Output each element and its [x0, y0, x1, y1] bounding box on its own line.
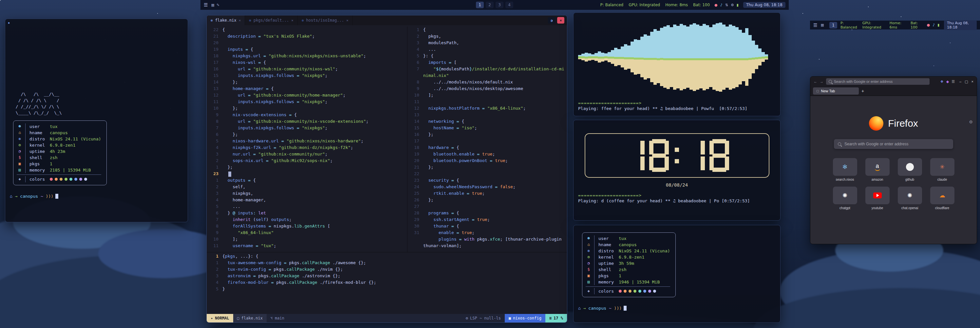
nav-icon-0[interactable]: ←	[814, 79, 817, 84]
code-text: "${modulesPath}/installer/cd-dvd/install…	[423, 66, 567, 79]
network-icon[interactable]: ⇅	[725, 3, 728, 7]
neovim-window[interactable]: ✻flake.nix×✻pkgs/default...×✻hosts/isoIm…	[206, 15, 567, 323]
urlbar-text: Search with Google or enter address	[834, 79, 892, 84]
code-line: 22	[407, 171, 567, 177]
fetch-label: distro	[29, 136, 50, 142]
code-text: astronvim = pkgs.callPackage ./astronvim…	[223, 273, 567, 279]
bar-icon-1[interactable]: ✎	[216, 3, 220, 7]
line-number: 18	[407, 144, 423, 151]
tab-close-icon[interactable]: ×	[346, 18, 348, 22]
shortcut-tile-search.nixos[interactable]: ✻search.nixos	[831, 158, 859, 181]
code-line: 19 bluetooth.enable = true;	[407, 151, 567, 157]
fetch-row: ▤memory2185 | 15394 MiB	[17, 167, 101, 173]
cava-bar	[765, 16, 768, 98]
menu-icon[interactable]: ☰	[204, 2, 208, 8]
workspace-button-2[interactable]: 2	[486, 2, 493, 8]
code-text: forAllSystems = nixpkgs.lib.genAttrs [	[223, 223, 407, 230]
line-number: 28	[407, 210, 423, 216]
line-number: 30	[407, 223, 423, 230]
workspace-button-4[interactable]: 4	[505, 2, 513, 8]
shortcut-tile-chatgpt[interactable]: ✺chatgpt	[831, 187, 859, 210]
code-line: 3 nixpkgs,	[207, 190, 407, 197]
personalize-gear-icon[interactable]: ⚙	[969, 119, 973, 124]
code-text: inputs.nixpkgs.follows = "nixpkgs";	[223, 98, 407, 105]
cava-bar	[673, 16, 676, 98]
prompt-left[interactable]: ⌂ → canopus ~ )))	[10, 194, 188, 199]
code-line: 9 nix-vscode-extensions = {	[207, 112, 407, 118]
tile-box: a	[865, 158, 889, 176]
shortcut-tile-amazon[interactable]: aamazon	[864, 158, 891, 181]
url-bar[interactable]: Search with Google or enter address	[826, 78, 929, 85]
cava-window[interactable]: =====================> Playing: ffee for…	[573, 13, 781, 116]
new-tab-button[interactable]: +	[861, 89, 864, 93]
firefox-window[interactable]: ←→ Search with Google or enter address ❖…	[810, 76, 977, 244]
code-text	[423, 138, 567, 144]
palette-dot	[70, 178, 72, 181]
workspace-button-1[interactable]: 1	[829, 22, 837, 29]
shortcut-tile-cloudflare[interactable]: ☁cloudflare	[929, 187, 956, 210]
prompt-right[interactable]: ⌂ → canopus ~ )))	[578, 306, 780, 311]
cava-bar	[758, 16, 762, 98]
tab-close-icon[interactable]: ×	[239, 18, 241, 22]
shortcut-tile-chat.openai[interactable]: ✺chat.openai	[896, 187, 923, 210]
pane-left[interactable]: 22{21 description = "tux's NixOS Flake";…	[207, 27, 407, 252]
music-icon[interactable]: ♪	[720, 3, 722, 7]
code-text: imports = [	[423, 59, 567, 66]
code-text: nixpkgs,	[223, 190, 407, 197]
extension-icon-2[interactable]: ☰	[951, 79, 955, 84]
editor-tab[interactable]: ✻pkgs/default...×	[245, 15, 298, 25]
bar-secondary-tray: ●♪▮	[927, 23, 940, 27]
shortcut-tile-claude[interactable]: ✳claude	[929, 158, 956, 181]
maximize-button[interactable]: ▢	[965, 79, 968, 84]
content-search-bar[interactable]: Search with Google or enter address	[834, 139, 953, 149]
workspace-button-1[interactable]: 1	[476, 2, 484, 8]
editor-tab[interactable]: ✻flake.nix×	[207, 15, 245, 25]
tile-label: search.nixos	[835, 178, 854, 181]
record-icon[interactable]: ●	[714, 3, 718, 7]
minimize-button[interactable]: –	[959, 79, 961, 84]
editor-close-button[interactable]: ×	[557, 17, 564, 24]
bar-main-tray: ●♪⇅⚙▮	[714, 3, 738, 7]
firefox-branding: Firefox	[810, 116, 977, 131]
settings-icon[interactable]: ⚙	[731, 3, 734, 7]
bar-clock[interactable]: Thu Aug 08, 18:18	[944, 20, 977, 30]
pane-bottom[interactable]: 1{pkgs, ...}: {1 tux-awesome-wm-config =…	[207, 252, 567, 314]
workspace-button-3[interactable]: 3	[496, 2, 503, 8]
cava-bar	[614, 16, 617, 98]
line-number: 23	[207, 171, 223, 177]
record-icon[interactable]: ●	[927, 23, 930, 27]
terminal-window-left[interactable]: ▪ /\ /\ __/\__ / /\ / /\ \ / / /_//_/\ \…	[5, 19, 188, 222]
line-number: 9	[407, 86, 423, 92]
pane-right[interactable]: 1{2 pkgs,3 modulesPath,4 ...5}: {6 impor…	[407, 27, 567, 252]
clock-window[interactable]: 08/08/24 =====================> Playing:…	[573, 120, 781, 221]
music-icon[interactable]: ♪	[932, 23, 935, 27]
bar-icon-0[interactable]: ▦	[211, 3, 215, 7]
menu-icon[interactable]: ☰	[813, 22, 818, 28]
bar-icon-0[interactable]: ▦	[821, 23, 824, 27]
prompt-part: canopus	[588, 306, 606, 311]
shortcut-tile-github[interactable]: github	[896, 158, 923, 181]
extension-icon-1[interactable]: ◆	[946, 79, 949, 84]
shortcut-tile-youtube[interactable]: youtube	[864, 187, 891, 210]
status-text: Bat: 100	[693, 3, 710, 7]
panel-toggle-button[interactable]: ◑	[548, 17, 555, 24]
cava-bar	[588, 16, 591, 98]
line-number: 2	[207, 184, 223, 190]
browser-tab[interactable]: ▢ New Tab	[813, 87, 859, 95]
code-text: };	[223, 164, 407, 171]
youtube-icon	[873, 192, 882, 198]
editor-tab[interactable]: ✻hosts/isoImag...×	[298, 15, 353, 25]
bar-clock[interactable]: Thu Aug 08, 18:18	[743, 2, 786, 8]
close-button[interactable]: ×	[972, 79, 974, 84]
code-line: 2 self,	[207, 184, 407, 190]
battery-icon[interactable]: ▮	[737, 3, 738, 7]
tab-close-icon[interactable]: ×	[291, 18, 293, 22]
code-text: {	[423, 27, 567, 33]
nav-icon-1[interactable]: →	[820, 79, 823, 84]
extension-icon-0[interactable]: ❖	[940, 79, 943, 84]
battery-icon[interactable]: ▮	[937, 23, 939, 27]
prompt-part: )))	[46, 194, 53, 199]
code-line: 12 url = "github:nix-community/home-mana…	[207, 92, 407, 98]
terminal-window-right[interactable]: ☻usertux⌂hnamecanopus✻distroNixOS 24.11 …	[573, 225, 781, 323]
line-number: 25	[407, 190, 423, 197]
